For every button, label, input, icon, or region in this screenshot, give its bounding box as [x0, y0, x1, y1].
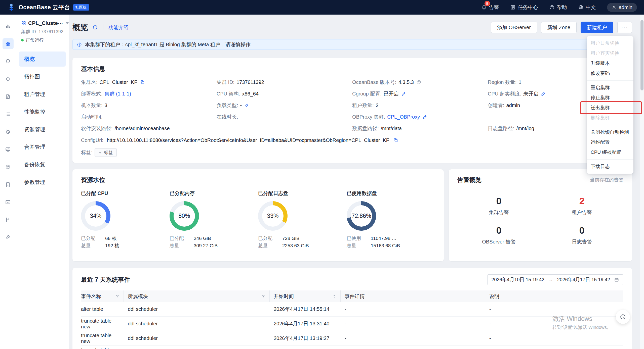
sidebar-item-resource-management[interactable]: 资源管理 — [19, 122, 66, 137]
page-title: 概览 — [72, 22, 88, 33]
table-row[interactable]: truncate table newddl scheduler2026年4月17… — [81, 346, 623, 349]
feature-intro-link[interactable]: 功能介绍 — [108, 24, 129, 31]
edit-icon[interactable] — [422, 114, 427, 119]
scrollbar-track[interactable] — [640, 15, 644, 349]
rail-item-doc-edit[interactable] — [3, 91, 14, 102]
rail-item-flag[interactable] — [3, 214, 14, 225]
copy-icon[interactable] — [393, 138, 398, 143]
donut-chart: 33% — [258, 201, 288, 231]
menu-item-stop-cluster[interactable]: 停止集群 — [587, 93, 633, 103]
rail-item-shield[interactable] — [3, 56, 14, 67]
add-zone-button[interactable]: 新增 Zone — [541, 22, 577, 33]
rail-item-bookmark[interactable] — [3, 179, 14, 190]
cell: ddl scheduler — [124, 306, 270, 312]
help-icon[interactable] — [416, 80, 421, 85]
field-value[interactable]: 集群 (1-1-1) — [105, 91, 131, 96]
field-label: 启动时间: — [81, 114, 103, 120]
current-alarms-link[interactable]: 当前存在的告警 — [590, 177, 623, 183]
field-cluster-id: 集群 ID:1737611392 — [217, 79, 352, 86]
field-value: 3 — [105, 103, 107, 108]
rail-item-list[interactable] — [3, 109, 14, 120]
rail-item-monitor[interactable] — [3, 144, 14, 155]
alarm-menu[interactable]: 告警 9 — [481, 4, 499, 11]
menu-item-restart-cluster[interactable]: 重启集群 — [587, 83, 633, 93]
alarm-overview-card: 告警概览 当前存在的告警 0集群告警2租户告警0OBServer 告警0日志告警 — [449, 169, 632, 261]
alarm-stat-label: 租户告警 — [540, 209, 623, 216]
sidebar-item-tenant-management[interactable]: 租户管理 — [19, 87, 66, 102]
cell: - — [485, 335, 623, 341]
clock-icon — [620, 314, 626, 320]
sidebar-item-overview[interactable]: 概览 — [19, 52, 66, 67]
menu-item-disable-deadlock-detection[interactable]: 关闭死锁自动检测 — [587, 127, 633, 137]
menu-item-upgrade-version[interactable]: 升级版本 — [587, 58, 633, 68]
add-tag-button[interactable]: 标签 — [95, 148, 117, 157]
sidebar-item-performance-monitoring[interactable]: 性能监控 — [19, 104, 66, 119]
field-label: 软件安装路径: — [81, 126, 113, 131]
new-tenant-button[interactable]: 新建租户 — [581, 22, 613, 33]
alarm-stat-1: 2租户告警 — [540, 196, 623, 216]
table-row[interactable]: truncate table newddl scheduler2026年4月17… — [81, 331, 623, 346]
menu-item-cpu-binding-config[interactable]: CPU 绑核配置 — [587, 147, 633, 157]
edit-icon[interactable] — [244, 103, 249, 108]
refresh-icon[interactable] — [92, 24, 98, 30]
field-value: - — [240, 103, 242, 108]
field-label: 在线时长: — [217, 114, 238, 120]
more-actions-button[interactable]: ··· — [617, 22, 632, 33]
date-range-picker[interactable]: 2026年4月10日 15:19:42 → 2026年4月17日 15:19:4… — [487, 274, 623, 285]
donut-hole: 72.86% — [351, 205, 372, 227]
rail-item-wrench[interactable] — [3, 232, 14, 243]
column-header-2: 开始时间 — [270, 290, 341, 302]
field-load-type: 负载类型:- — [217, 102, 352, 109]
rail-item-cluster-grid[interactable] — [3, 38, 14, 49]
menu-item-ops-config[interactable]: 运维配置 — [587, 137, 633, 147]
language-menu[interactable]: 中文 — [578, 4, 596, 11]
sidebar-item-backup-restore[interactable]: 备份恢复 — [19, 157, 66, 172]
table-row[interactable]: alter tableddl scheduler2026年4月17日 14:55… — [81, 302, 623, 317]
plus-icon — [98, 151, 102, 155]
shield-icon — [5, 59, 11, 64]
cluster-selector[interactable]: CPL_Cluste··· — [21, 20, 65, 26]
sort-icon[interactable] — [332, 294, 336, 298]
stat-label: 总量 — [170, 242, 194, 249]
menu-item-download-logs[interactable]: 下载日志 — [587, 162, 633, 172]
menu-item-change-password[interactable]: 修改密码 — [587, 68, 633, 78]
scrollbar-thumb[interactable] — [640, 20, 643, 90]
stat-label: 已分配 — [258, 235, 282, 242]
edit-icon[interactable] — [541, 91, 546, 96]
add-observer-button[interactable]: 添加 OBServer — [491, 22, 537, 33]
stat-value: 11047.98 … — [371, 236, 396, 241]
menu-item-migrate-out-cluster[interactable]: 迁出集群 — [587, 103, 633, 113]
gauge-title: 已分配内存 — [170, 190, 258, 197]
sidebar-item-merge-management[interactable]: 合并管理 — [19, 139, 66, 155]
alarm-count: 2 — [540, 196, 623, 207]
task-center-menu[interactable]: 任务中心 — [510, 4, 538, 11]
rail-item-terminal[interactable] — [3, 196, 14, 208]
sidebar-item-topology[interactable]: 拓扑图 — [19, 69, 66, 84]
rail-item-target[interactable] — [3, 73, 14, 84]
field-label: 集群 ID: — [217, 79, 234, 85]
gauge-stat-row: 总量309.27 GiB — [170, 242, 258, 249]
gauge-percent: 33% — [267, 213, 278, 219]
copy-icon[interactable] — [140, 80, 145, 85]
cluster-name: CPL_Cluste··· — [28, 20, 63, 26]
field-label: OceanBase 版本号: — [352, 79, 396, 85]
cell: - — [341, 321, 485, 327]
filter-icon[interactable] — [261, 294, 265, 298]
sidebar-item-parameter-management[interactable]: 参数管理 — [19, 175, 66, 190]
field-value[interactable]: CPL_OBProxy — [387, 114, 420, 120]
task-center-label: 任务中心 — [518, 4, 538, 11]
table-row[interactable]: truncate table newddl scheduler2026年4月17… — [81, 317, 623, 331]
edit-icon[interactable] — [401, 91, 406, 96]
rail-item-cube[interactable] — [3, 161, 14, 172]
rail-item-bar-chart[interactable] — [3, 21, 14, 32]
basic-info-card: 基本信息 集群名:CPL_Cluster_KF集群 ID:1737611392O… — [72, 58, 632, 163]
history-float-button[interactable] — [616, 310, 630, 324]
filter-icon[interactable] — [115, 294, 119, 298]
field-online-duration: 在线时长:- — [217, 114, 352, 120]
gauge-cpu: 已分配 CPU34%已分配66 核总量192 核 — [81, 190, 170, 249]
gauge-title: 已分配日志盘 — [258, 190, 347, 197]
flag-icon — [5, 217, 11, 223]
rail-item-alarm-clock[interactable] — [3, 126, 14, 137]
help-menu[interactable]: 帮助 — [549, 4, 567, 11]
user-menu[interactable]: admin — [607, 3, 637, 12]
